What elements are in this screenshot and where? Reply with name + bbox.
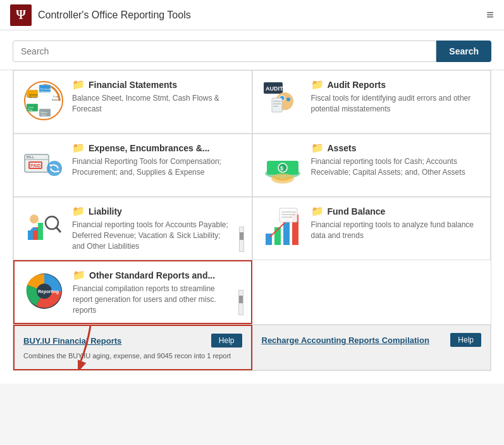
main-content: Income Statement Financial Statements Ca… xyxy=(0,70,504,384)
other-reports-icon: Reporting xyxy=(22,269,66,313)
fund-balance-text: 📁 Fund Balance Financial reporting tools… xyxy=(311,205,483,241)
liability-icon xyxy=(22,205,66,249)
svg-text:Statement: Statement xyxy=(28,96,37,99)
expense-text: 📁 Expense, Encumbrances &... Financial R… xyxy=(72,142,244,178)
card-assets[interactable]: $ 📁 Assets Financial reporting tools for… xyxy=(252,134,491,197)
header: Ψ Controller's Office Reporting Tools ≡ xyxy=(0,0,504,30)
card-financial-statements[interactable]: Income Statement Financial Statements Ca… xyxy=(13,70,252,134)
expense-icon: BILL PAID xyxy=(22,142,66,186)
folder-icon-other: 📁 xyxy=(73,269,85,281)
card-other-standard-reports[interactable]: Reporting 📁 Other Standard Reports and..… xyxy=(13,260,252,324)
svg-text:BILL: BILL xyxy=(27,155,35,159)
svg-text:Balance: Balance xyxy=(52,98,61,101)
svg-text:Statements: Statements xyxy=(40,91,51,93)
svg-rect-20 xyxy=(272,98,282,112)
buyiu-desc: Combines the BUY.IU aging, expense, and … xyxy=(23,351,242,361)
audit-reports-text: 📁 Audit Reports Fiscal tools for identif… xyxy=(311,78,483,115)
svg-point-19 xyxy=(286,97,290,101)
svg-rect-39 xyxy=(38,223,43,240)
buyiu-help-button[interactable]: Help xyxy=(211,334,242,348)
expense-desc: Financial Reporting Tools for Compensati… xyxy=(72,156,244,178)
buyiu-header: BUY.IU Financial Reports Help xyxy=(23,334,242,348)
folder-icon: 📁 xyxy=(72,78,85,91)
svg-text:Flow: Flow xyxy=(28,109,33,111)
liability-text: 📁 Liability Financial reporting tools fo… xyxy=(72,205,233,251)
audit-reports-desc: Fiscal tools for identifying audit error… xyxy=(311,93,483,115)
bottom-section: BUY.IU Financial Reports Help Combines t… xyxy=(13,325,491,370)
search-section: Search xyxy=(0,30,504,70)
svg-rect-37 xyxy=(28,230,33,240)
header-title: Controller's Office Reporting Tools xyxy=(38,9,191,21)
folder-icon-audit: 📁 xyxy=(311,78,324,91)
svg-text:Reporting: Reporting xyxy=(38,289,59,294)
scroll-indicator-other[interactable] xyxy=(238,290,243,315)
card-expense-encumbrances[interactable]: BILL PAID 📁 Expense, Encumbrances &... xyxy=(13,134,252,197)
folder-icon-expense: 📁 xyxy=(72,142,85,154)
recharge-header: Recharge Accounting Reports Compilation … xyxy=(262,333,482,347)
liability-title: 📁 Liability xyxy=(72,205,233,217)
folder-icon-liability: 📁 xyxy=(72,205,85,217)
search-input[interactable] xyxy=(13,41,436,62)
recharge-help-button[interactable]: Help xyxy=(450,333,481,347)
svg-text:$: $ xyxy=(280,165,283,172)
header-left: Ψ Controller's Office Reporting Tools xyxy=(10,4,191,26)
audit-reports-icon: AUDIT xyxy=(261,78,305,123)
svg-rect-45 xyxy=(283,221,290,245)
scroll-indicator[interactable] xyxy=(239,227,244,252)
financial-statements-icon: Income Statement Financial Statements Ca… xyxy=(22,78,66,123)
svg-point-36 xyxy=(271,173,294,184)
financial-statements-title: 📁 Financial Statements xyxy=(72,78,244,91)
assets-title: 📁 Assets xyxy=(311,142,483,154)
svg-line-41 xyxy=(56,227,61,232)
svg-rect-49 xyxy=(280,208,297,222)
svg-text:Sheet: Sheet xyxy=(41,114,46,116)
financial-statements-desc: Balance Sheet, Income Stmt, Cash Flows &… xyxy=(72,93,244,115)
assets-icon: $ xyxy=(261,142,305,186)
financial-statements-text: 📁 Financial Statements Balance Sheet, In… xyxy=(72,78,244,115)
hamburger-menu[interactable]: ≡ xyxy=(486,8,494,22)
card-fund-balance[interactable]: 📁 Fund Balance Financial reporting tools… xyxy=(252,197,491,260)
expense-title: 📁 Expense, Encumbrances &... xyxy=(72,142,244,154)
search-button[interactable]: Search xyxy=(436,41,491,62)
other-reports-text: 📁 Other Standard Reports and... Financia… xyxy=(73,269,232,315)
fund-balance-icon xyxy=(261,205,305,249)
fund-balance-desc: Financial reporting tools to analyze fun… xyxy=(311,220,483,241)
fund-balance-title: 📁 Fund Balance xyxy=(311,205,483,217)
iu-logo: Ψ xyxy=(10,4,32,26)
folder-icon-fund-balance: 📁 xyxy=(311,205,324,217)
liability-desc: Financial reporting tools for Accounts P… xyxy=(72,220,233,251)
assets-desc: Financial reporting tools for Cash; Acco… xyxy=(311,156,483,178)
buyiu-card[interactable]: BUY.IU Financial Reports Help Combines t… xyxy=(13,325,252,370)
cards-grid: Income Statement Financial Statements Ca… xyxy=(13,70,491,325)
recharge-title[interactable]: Recharge Accounting Reports Compilation xyxy=(262,335,429,345)
other-reports-desc: Financial compilation reports to streaml… xyxy=(73,284,232,315)
audit-reports-title: 📁 Audit Reports xyxy=(311,78,483,91)
card-audit-reports[interactable]: AUDIT 📁 Audit Reports Fiscal to xyxy=(252,70,491,134)
svg-text:PAID: PAID xyxy=(30,163,40,168)
card-liability[interactable]: 📁 Liability Financial reporting tools fo… xyxy=(13,197,252,260)
buyiu-title[interactable]: BUY.IU Financial Reports xyxy=(23,336,121,346)
folder-icon-assets: 📁 xyxy=(311,142,324,154)
svg-text:AUDIT: AUDIT xyxy=(266,85,283,92)
recharge-card[interactable]: Recharge Accounting Reports Compilation … xyxy=(252,325,491,370)
svg-point-42 xyxy=(30,215,39,223)
other-reports-title: 📁 Other Standard Reports and... xyxy=(73,269,232,281)
logo-text: Ψ xyxy=(16,8,26,22)
assets-text: 📁 Assets Financial reporting tools for C… xyxy=(311,142,483,178)
svg-point-29 xyxy=(47,161,62,176)
